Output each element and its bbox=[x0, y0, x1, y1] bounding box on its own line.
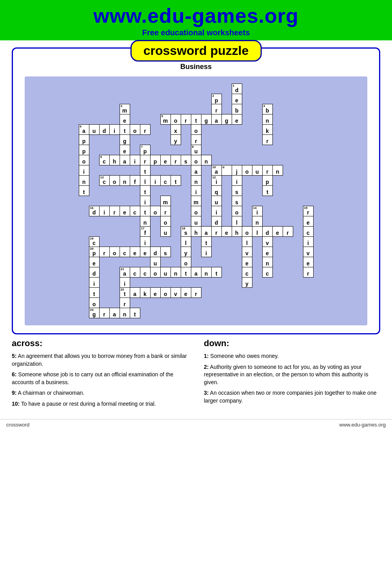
cell-empty bbox=[211, 278, 221, 288]
cell-empty bbox=[272, 135, 283, 145]
cell-empty bbox=[283, 308, 293, 318]
grid-cell: 15r bbox=[303, 206, 313, 216]
grid-cell: o bbox=[109, 176, 120, 186]
grid-cell: r bbox=[191, 135, 201, 145]
cell-empty bbox=[171, 94, 181, 104]
grid-cell: t bbox=[211, 267, 221, 278]
cell-empty bbox=[130, 298, 140, 308]
cell-empty bbox=[252, 84, 262, 94]
cell-empty bbox=[262, 216, 272, 227]
cell-empty bbox=[242, 145, 252, 155]
cell-empty bbox=[262, 206, 272, 216]
grid-cell: i bbox=[89, 278, 99, 288]
grid-cell: g bbox=[201, 114, 211, 125]
cell-empty bbox=[232, 257, 242, 267]
cell-empty bbox=[140, 308, 150, 318]
grid-cell: i bbox=[150, 176, 160, 186]
grid-cell: r bbox=[181, 114, 191, 125]
cell-empty bbox=[232, 278, 242, 288]
grid-cell: o bbox=[150, 206, 160, 216]
grid-cell: t bbox=[181, 267, 191, 278]
cell-empty bbox=[283, 247, 293, 257]
cell-empty bbox=[201, 135, 211, 145]
cell-empty bbox=[252, 94, 262, 104]
cell-empty bbox=[293, 196, 303, 206]
cell-empty bbox=[262, 288, 272, 298]
cell-empty bbox=[140, 84, 150, 94]
grid-cell: p bbox=[150, 155, 160, 165]
cell-empty bbox=[221, 94, 232, 104]
cell-empty bbox=[272, 104, 283, 114]
cell-empty bbox=[89, 104, 99, 114]
cell-empty bbox=[211, 237, 221, 247]
grid-cell: l bbox=[242, 237, 252, 247]
cell-empty bbox=[130, 227, 140, 237]
cell-empty bbox=[242, 176, 252, 186]
grid-cell: i bbox=[191, 186, 201, 196]
across-clues: across: 5: An agreement that allows you … bbox=[12, 338, 188, 411]
cell-empty bbox=[160, 165, 171, 176]
cell-empty bbox=[252, 257, 262, 267]
cell-empty bbox=[79, 114, 89, 125]
cell-empty bbox=[221, 104, 232, 114]
grid-cell: v bbox=[303, 247, 313, 257]
grid-cell: 14i bbox=[252, 206, 262, 216]
cell-empty bbox=[171, 196, 181, 206]
cell-empty bbox=[201, 257, 211, 267]
grid-cell: p bbox=[79, 135, 89, 145]
cell-empty bbox=[252, 125, 262, 135]
grid-cell: i bbox=[140, 196, 150, 206]
grid-cell: l bbox=[140, 176, 150, 186]
grid-cell: t bbox=[262, 186, 272, 196]
grid-cell: i bbox=[140, 237, 150, 247]
cell-empty bbox=[283, 84, 293, 94]
cell-empty bbox=[99, 237, 109, 247]
grid-cell: 7p bbox=[140, 145, 150, 155]
grid-cell: c bbox=[262, 267, 272, 278]
cell-empty bbox=[140, 94, 150, 104]
cell-empty bbox=[181, 186, 191, 196]
cell-empty bbox=[99, 165, 109, 176]
cell-empty bbox=[120, 227, 130, 237]
cell-empty bbox=[191, 308, 201, 318]
cell-empty bbox=[79, 104, 89, 114]
grid-cell: r bbox=[140, 155, 150, 165]
cell-empty bbox=[130, 145, 140, 155]
grid-cell: u bbox=[150, 257, 160, 267]
cell-empty bbox=[140, 135, 150, 145]
cell-empty bbox=[242, 114, 252, 125]
grid-cell: y bbox=[171, 135, 181, 145]
grid-cell: p bbox=[79, 145, 89, 155]
cell-empty bbox=[242, 84, 252, 94]
cell-empty bbox=[109, 84, 120, 94]
grid-cell: a bbox=[120, 155, 130, 165]
grid-cell: e bbox=[120, 206, 130, 216]
grid-cell: n bbox=[262, 257, 272, 267]
grid-cell: e bbox=[232, 94, 242, 104]
grid-cell: u bbox=[160, 267, 171, 278]
grid-cell: y bbox=[242, 278, 252, 288]
cell-empty bbox=[99, 298, 109, 308]
cell-empty bbox=[171, 216, 181, 227]
cell-empty bbox=[303, 288, 313, 298]
grid-cell: n bbox=[201, 155, 211, 165]
cell-empty bbox=[232, 288, 242, 298]
cell-empty bbox=[293, 247, 303, 257]
cell-empty bbox=[232, 155, 242, 165]
cell-empty bbox=[262, 84, 272, 94]
cell-empty bbox=[171, 278, 181, 288]
cell-empty bbox=[201, 84, 211, 94]
cell-empty bbox=[150, 278, 160, 288]
page-footer: crossword www.edu-games.org bbox=[0, 419, 392, 430]
cell-empty bbox=[272, 186, 283, 196]
cell-empty bbox=[109, 165, 120, 176]
grid-cell: i bbox=[211, 206, 221, 216]
cell-empty bbox=[242, 186, 252, 196]
cell-empty bbox=[293, 288, 303, 298]
grid-cell: e bbox=[272, 227, 283, 237]
cell-empty bbox=[79, 206, 89, 216]
cell-empty bbox=[283, 278, 293, 288]
grid-cell: r bbox=[283, 227, 293, 237]
cell-empty bbox=[150, 196, 160, 206]
cell-empty bbox=[89, 165, 99, 176]
